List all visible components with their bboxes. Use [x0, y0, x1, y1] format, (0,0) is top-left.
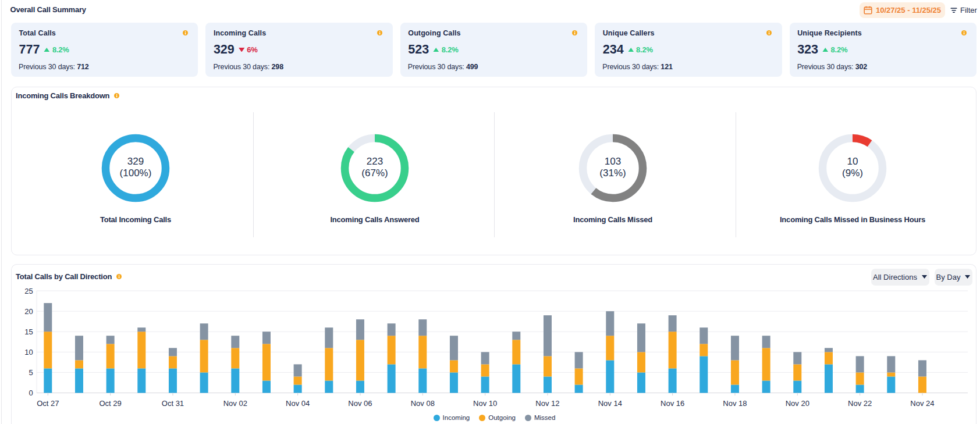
svg-text:Nov 16: Nov 16: [661, 399, 684, 408]
svg-text:Nov 20: Nov 20: [786, 399, 809, 408]
svg-text:Nov 02: Nov 02: [223, 399, 247, 408]
svg-text:(67%): (67%): [361, 168, 388, 179]
svg-text:10: 10: [24, 347, 33, 356]
svg-text:Nov 22: Nov 22: [848, 399, 872, 408]
svg-text:Nov 04: Nov 04: [286, 399, 310, 408]
svg-text:5: 5: [29, 368, 33, 376]
svg-text:Nov 12: Nov 12: [535, 399, 559, 408]
svg-text:0: 0: [29, 389, 33, 397]
svg-text:(100%): (100%): [120, 168, 152, 179]
svg-text:Nov 10: Nov 10: [473, 399, 497, 408]
svg-text:25: 25: [24, 286, 33, 295]
svg-text:Nov 14: Nov 14: [598, 399, 622, 408]
svg-text:Oct 31: Oct 31: [162, 399, 184, 408]
svg-text:103: 103: [605, 156, 621, 167]
svg-text:10: 10: [847, 156, 858, 167]
svg-text:Oct 27: Oct 27: [37, 399, 59, 408]
svg-text:329: 329: [127, 156, 144, 167]
svg-text:223: 223: [367, 156, 383, 167]
svg-text:(31%): (31%): [599, 168, 626, 179]
svg-text:Oct 29: Oct 29: [99, 399, 121, 408]
svg-text:20: 20: [24, 307, 33, 315]
svg-text:Nov 18: Nov 18: [723, 399, 747, 408]
svg-text:15: 15: [24, 327, 33, 336]
svg-text:(9%): (9%): [842, 168, 863, 179]
svg-text:Nov 08: Nov 08: [411, 399, 435, 408]
svg-text:Nov 06: Nov 06: [348, 399, 372, 408]
svg-text:Nov 24: Nov 24: [910, 399, 934, 408]
